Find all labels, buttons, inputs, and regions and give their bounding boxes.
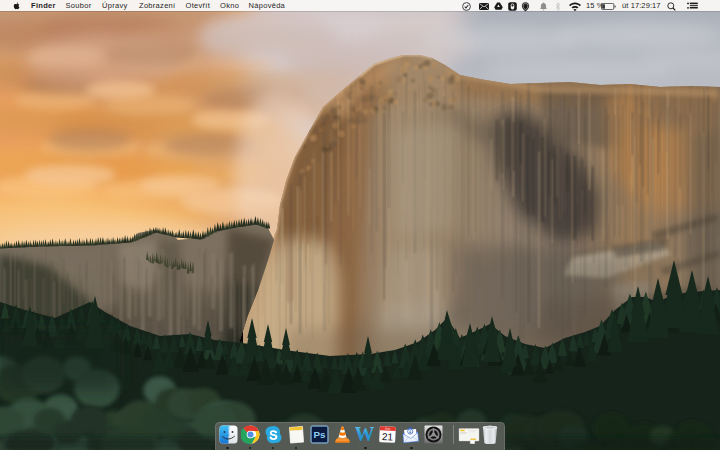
svg-text:Ps: Ps — [313, 429, 326, 440]
svg-text:W: W — [355, 425, 374, 444]
svg-text:21: 21 — [382, 431, 394, 443]
